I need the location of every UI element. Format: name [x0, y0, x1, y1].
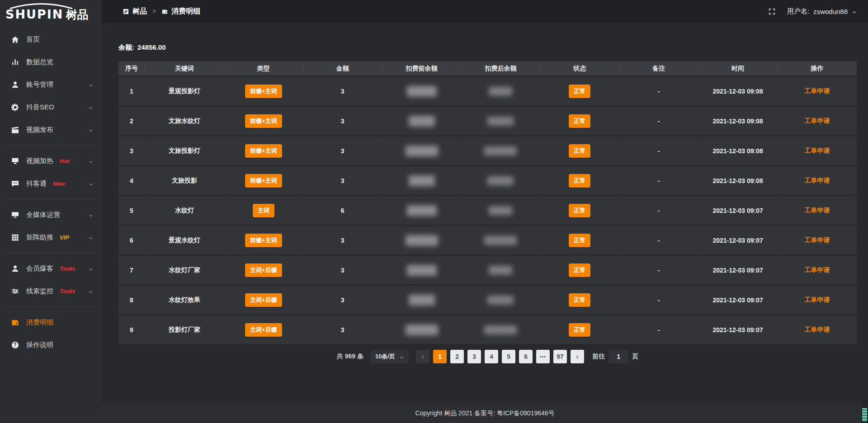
amount-cell: 3 — [303, 226, 382, 256]
username[interactable]: zswodun88 — [813, 8, 848, 15]
fullscreen-icon[interactable] — [768, 8, 776, 15]
action-cell: 工单申请 — [778, 286, 857, 315]
sidebar-item-account-management[interactable]: 账号管理 — [0, 73, 102, 96]
sidebar-item-operation-guide[interactable]: 操作说明 — [0, 334, 102, 356]
pre-balance-cell — [382, 77, 462, 107]
sidebar-item-label: 会员爆客 — [26, 264, 53, 273]
masked-pre-balance — [407, 86, 437, 97]
column-header: 序号 — [118, 61, 145, 77]
row-index: 9 — [118, 315, 145, 345]
page-button-5[interactable]: 5 — [502, 350, 515, 363]
row-index: 7 — [118, 256, 145, 286]
wallet-icon — [161, 8, 168, 15]
action-link[interactable]: 工单申请 — [805, 326, 830, 333]
amount-cell: 3 — [303, 136, 382, 166]
time-cell: 2021-12-03 09:08 — [698, 136, 778, 166]
sidebar-item-douketong[interactable]: 抖客通 New — [0, 172, 102, 195]
type-cell: 主词+后缀 — [224, 315, 303, 345]
page-size-select[interactable]: 10条/页 — [371, 350, 409, 363]
action-cell: 工单申请 — [778, 226, 857, 256]
action-cell: 工单申请 — [778, 136, 857, 166]
chevron-down-icon — [88, 181, 94, 186]
pre-balance-cell — [382, 256, 462, 286]
sidebar-item-clue-monitor[interactable]: 线索监控 Tools — [0, 280, 102, 302]
masked-pre-balance — [406, 235, 438, 246]
scrollbar-thumb[interactable] — [862, 408, 867, 422]
remark-cell: - — [619, 107, 698, 136]
action-link[interactable]: 工单申请 — [805, 296, 830, 303]
page-button-6[interactable]: 6 — [519, 350, 533, 363]
sidebar-item-video-publish[interactable]: 视频发布 — [0, 118, 102, 141]
action-link[interactable]: 工单申请 — [805, 207, 830, 214]
sidebar-item-consumption-detail[interactable]: 消费明细 — [0, 311, 102, 334]
keyword-cell: 水纹灯 — [145, 196, 224, 226]
post-balance-cell — [462, 166, 541, 196]
sidebar-item-douyin-seo[interactable]: 抖音SEO — [0, 96, 102, 118]
page-ellipsis[interactable]: ••• — [536, 350, 550, 363]
sidebar-item-tag: VIP — [60, 234, 69, 241]
action-link[interactable]: 工单申请 — [805, 117, 830, 124]
table-row: 1景观投影灯前缀+主词3正常-2021-12-03 09:08工单申请 — [118, 77, 857, 107]
row-index: 1 — [118, 77, 145, 107]
user-area: 用户名: zswodun88 — [768, 7, 857, 16]
page-jump-input[interactable]: 1 — [609, 350, 628, 363]
sidebar-menu: 首页 数据总览 账号管理 抖音SEO 视频发布 视频加热 Hot 抖客通 New — [0, 23, 102, 356]
action-link[interactable]: 工单申请 — [805, 236, 830, 244]
type-badge: 主词+后缀 — [245, 293, 282, 307]
chevron-down-icon — [88, 235, 94, 240]
page-button-1[interactable]: 1 — [433, 350, 447, 363]
time-cell: 2021-12-03 09:08 — [698, 77, 778, 107]
row-index: 5 — [118, 196, 145, 226]
page-button-4[interactable]: 4 — [485, 350, 498, 363]
post-balance-cell — [462, 315, 541, 345]
sidebar-item-label: 数据总览 — [26, 58, 53, 66]
sidebar-item-data-overview[interactable]: 数据总览 — [0, 51, 102, 73]
masked-post-balance — [489, 206, 512, 215]
type-badge: 前缀+主词 — [245, 234, 282, 247]
logo-text-en: SHUPIN — [5, 8, 63, 20]
action-link[interactable]: 工单申请 — [805, 87, 830, 94]
breadcrumb-home[interactable]: 树品 — [132, 7, 147, 16]
sidebar-item-all-media-operation[interactable]: 全媒体运营 — [0, 203, 102, 226]
bar-chart-icon — [11, 58, 19, 66]
chevron-down-icon — [88, 127, 94, 132]
status-badge: 正常 — [569, 234, 590, 247]
type-badge: 前缀+主词 — [245, 85, 282, 98]
action-link[interactable]: 工单申请 — [805, 147, 830, 154]
sidebar-item-label: 视频发布 — [26, 126, 53, 134]
page-button-2[interactable]: 2 — [450, 350, 464, 363]
prev-page-button[interactable]: ‹ — [416, 350, 429, 363]
next-page-button[interactable]: › — [571, 350, 584, 363]
masked-post-balance — [487, 176, 514, 185]
sidebar-item-member-baoke[interactable]: 会员爆客 Tools — [0, 257, 102, 280]
status-badge: 正常 — [569, 204, 590, 217]
sidebar-item-video-heating[interactable]: 视频加热 Hot — [0, 150, 102, 172]
breadcrumb-current: 消费明细 — [171, 7, 200, 16]
type-badge: 主词+后缀 — [245, 263, 282, 277]
remark-cell: - — [619, 286, 698, 315]
action-link[interactable]: 工单申请 — [805, 266, 830, 273]
time-cell: 2021-12-03 09:08 — [698, 166, 778, 196]
scrollbar-track[interactable] — [861, 400, 868, 423]
post-balance-cell — [462, 286, 541, 315]
balance-value: 24856.00 — [137, 43, 166, 51]
jump-unit: 页 — [632, 352, 638, 361]
sidebar: SHUPIN 树品 首页 数据总览 账号管理 抖音SEO 视频发布 视频加热 — [0, 0, 102, 423]
chevron-down-icon[interactable] — [852, 9, 857, 14]
amount-cell: 3 — [303, 77, 382, 107]
sidebar-item-home[interactable]: 首页 — [0, 28, 102, 51]
action-link[interactable]: 工单申请 — [805, 177, 830, 184]
time-cell: 2021-12-03 09:07 — [698, 315, 778, 345]
post-balance-cell — [462, 136, 541, 166]
page-button-97[interactable]: 97 — [553, 350, 567, 363]
chevron-down-icon — [88, 212, 94, 217]
keyword-cell: 水纹灯厂家 — [145, 256, 224, 286]
monitor-icon — [11, 211, 19, 219]
sidebar-divider — [5, 145, 97, 146]
sidebar-item-tag: Tools — [60, 288, 75, 295]
status-cell: 正常 — [540, 107, 619, 136]
type-badge: 前缀+主词 — [245, 144, 282, 158]
status-cell: 正常 — [540, 226, 619, 256]
sidebar-item-matrix-boost[interactable]: 矩阵助推 VIP — [0, 226, 102, 249]
page-button-3[interactable]: 3 — [467, 350, 481, 363]
